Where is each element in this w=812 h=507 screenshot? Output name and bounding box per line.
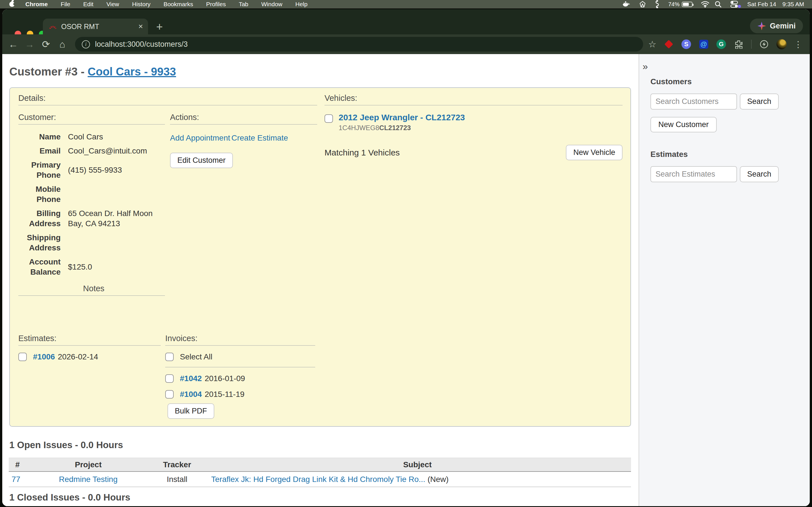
toolbar-divider [751, 40, 752, 49]
new-customer-button[interactable]: New Customer [651, 117, 717, 132]
add-appointment-link[interactable]: Add Appointment [170, 133, 230, 143]
field-row-billing-address: Billing Address 65 Ocean Dr. Half Moon B… [18, 209, 165, 229]
extension-icon-email[interactable]: @ [699, 39, 709, 49]
gemini-label: Gemini [770, 22, 796, 31]
open-issues-heading: 1 Open Issues - 0.0 Hours [9, 440, 639, 450]
performance-leaf-icon[interactable] [759, 39, 769, 49]
issue-project-link[interactable]: Redmine Testing [59, 475, 117, 484]
estimate-checkbox[interactable] [18, 353, 27, 361]
customer-fields: Name Cool Cars Email Cool_Cars@intuit.co… [18, 132, 165, 277]
search-estimates-input[interactable] [651, 166, 737, 182]
details-heading: Details: [18, 94, 317, 103]
menubar-time[interactable]: 9:35 AM [782, 1, 804, 8]
notification-dot [738, 5, 741, 8]
docker-whale-icon[interactable] [622, 1, 630, 8]
actions-heading: Actions: [170, 113, 317, 122]
right-sidebar: » Customers Search New Customer Estimate… [639, 54, 810, 506]
customer-title-link[interactable]: Cool Cars - 9933 [88, 65, 176, 78]
menu-bookmarks[interactable]: Bookmarks [163, 1, 193, 8]
site-info-icon[interactable]: i [82, 40, 90, 48]
invoice-checkbox[interactable] [165, 374, 174, 383]
wifi-icon[interactable] [701, 1, 706, 8]
create-estimate-link[interactable]: Create Estimate [232, 133, 288, 143]
new-vehicle-button[interactable]: New Vehicle [566, 145, 622, 160]
menu-tab[interactable]: Tab [239, 1, 248, 8]
invoice-link[interactable]: #1042 [180, 374, 202, 383]
sidebar-estimates-heading: Estimates [651, 150, 810, 159]
tab-strip: OSOR RMT × + Gemini [2, 9, 810, 34]
chrome-window: OSOR RMT × + Gemini ← → ⟳ ⌂ i localhost:… [2, 9, 810, 506]
battery-percent: 74% [668, 1, 679, 8]
field-row-account-balance: Account Balance $125.0 [18, 257, 165, 277]
vehicles-divider [324, 105, 622, 105]
tab-close-icon[interactable]: × [139, 22, 143, 31]
extension-icon-stylus[interactable]: S [681, 39, 691, 49]
notes-divider [18, 295, 165, 296]
browser-toolbar: ← → ⟳ ⌂ i localhost:3000/customers/3 ☆ S… [2, 34, 810, 54]
extension-icon-grammarly[interactable]: G [716, 39, 726, 49]
vehicle-link[interactable]: 2012 Jeep Wrangler - CL212723 [339, 113, 465, 122]
battery-indicator[interactable]: 74% [668, 1, 693, 8]
bookmark-star-icon[interactable]: ☆ [648, 39, 656, 50]
profile-avatar[interactable] [776, 39, 786, 49]
menubar-status-area: 74% Sat Feb 14 9:35 AM [622, 0, 812, 8]
search-estimates-button[interactable]: Search [740, 166, 779, 182]
issue-row: 77 Redmine Testing Install Teraflex Jk: … [9, 472, 631, 487]
menu-history[interactable]: History [132, 1, 151, 8]
menu-window[interactable]: Window [261, 1, 283, 8]
select-all-label: Select All [180, 352, 212, 361]
menu-edit[interactable]: Edit [83, 1, 93, 8]
field-row-primary-phone: Primary Phone (415) 555-9933 [18, 160, 165, 180]
control-center-icon[interactable] [730, 1, 739, 8]
field-row-mobile-phone: Mobile Phone [18, 184, 165, 205]
menu-help[interactable]: Help [296, 1, 308, 8]
menubar-date[interactable]: Sat Feb 14 [747, 1, 776, 8]
customer-detail-panel: Details: Customer: Name Cool Cars [9, 87, 631, 427]
estimate-date: 2026-02-14 [58, 352, 98, 361]
address-bar[interactable]: i localhost:3000/customers/3 [75, 37, 643, 52]
col-header-project: Project [26, 460, 150, 469]
new-tab-button[interactable]: + [156, 21, 163, 33]
issue-status: (New) [427, 475, 449, 484]
vehicle-row: 2012 Jeep Wrangler - CL212723 1C4HJWEG8C… [324, 113, 622, 132]
menu-chrome[interactable]: Chrome [26, 1, 48, 8]
back-button[interactable]: ← [5, 39, 21, 50]
select-all-checkbox[interactable] [165, 353, 174, 361]
menu-file[interactable]: File [61, 1, 70, 8]
apple-icon[interactable] [9, 2, 15, 7]
forward-button[interactable]: → [21, 39, 38, 50]
edit-customer-button[interactable]: Edit Customer [170, 153, 233, 168]
extension-icon-red-gem[interactable] [664, 39, 674, 49]
sidebar-collapse-icon[interactable]: » [643, 62, 654, 70]
vehicle-vin: 1C4HJWEG8CL212723 [339, 124, 465, 132]
invoice-checkbox[interactable] [165, 390, 174, 399]
open-issues-table: # Project Tracker Subject 77 Redmine Tes… [9, 458, 631, 487]
bulk-pdf-button[interactable]: Bulk PDF [167, 403, 214, 419]
invoice-link[interactable]: #1004 [180, 390, 202, 399]
vehicle-checkbox[interactable] [324, 114, 333, 123]
reload-button[interactable]: ⟳ [38, 39, 54, 50]
issue-subject-link[interactable]: Teraflex Jk: Hd Forged Drag Link Kit & H… [211, 475, 425, 484]
col-header-id: # [9, 460, 26, 469]
actions-divider [170, 124, 317, 124]
select-all-row: Select All [165, 352, 315, 361]
closed-issues-heading: 1 Closed Issues - 0.0 Hours [9, 492, 639, 503]
home-button[interactable]: ⌂ [54, 39, 70, 50]
tab-title: OSOR RMT [61, 22, 139, 31]
estimate-link[interactable]: #1006 [33, 352, 55, 361]
extensions-puzzle-icon[interactable] [733, 39, 744, 49]
menu-profiles[interactable]: Profiles [206, 1, 226, 8]
status-app-icon-1[interactable] [639, 1, 646, 8]
status-app-icon-2[interactable] [655, 0, 660, 8]
spotlight-search-icon[interactable] [714, 1, 722, 8]
search-customers-input[interactable] [651, 94, 737, 110]
search-customers-button[interactable]: Search [740, 94, 779, 110]
browser-tab[interactable]: OSOR RMT × [43, 18, 148, 34]
page-title: Customer #3 - Cool Cars - 9933 [9, 65, 639, 79]
gemini-button[interactable]: Gemini [750, 18, 803, 33]
issue-id-link[interactable]: 77 [11, 475, 20, 484]
estimate-row: #1006 2026-02-14 [18, 352, 161, 361]
menu-view[interactable]: View [106, 1, 119, 8]
chrome-menu-dots-icon[interactable]: ⋮ [794, 40, 802, 49]
customer-heading: Customer: [18, 113, 165, 122]
